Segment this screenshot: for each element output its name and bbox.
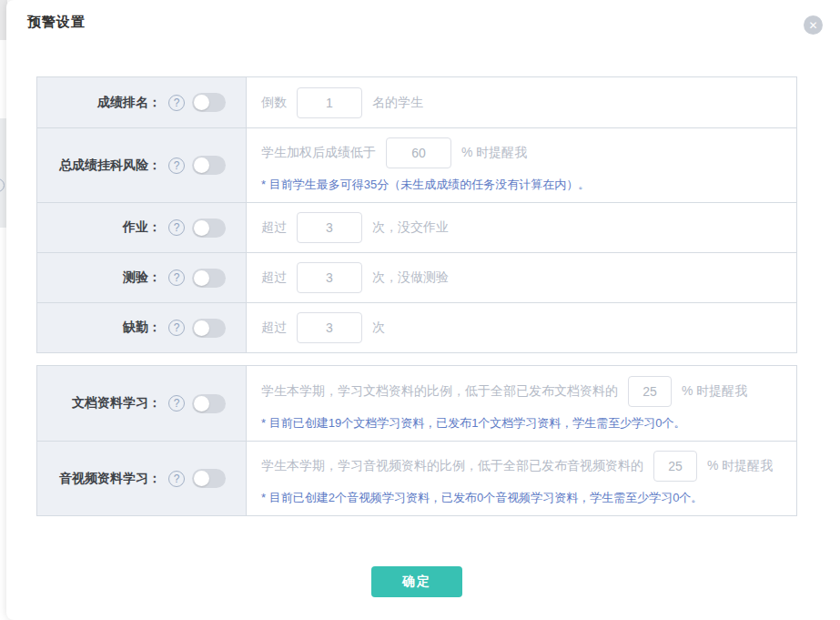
- rule-text-after: 次: [372, 320, 385, 336]
- question-mark-icon[interactable]: ?: [168, 395, 185, 412]
- rule-label: 音视频资料学习：: [59, 471, 161, 487]
- rule-row: 测验：?超过次，没做测验: [37, 252, 796, 302]
- toggle-knob: [194, 220, 209, 236]
- rule-label-cell: 音视频资料学习：?: [37, 442, 247, 515]
- rule-note: * 目前学生最多可得35分（未生成成绩的任务没有计算在内）。: [261, 177, 787, 193]
- rule-config-cell: 超过次，没交作业: [247, 203, 796, 252]
- question-mark-icon[interactable]: ?: [168, 219, 185, 236]
- question-mark-icon[interactable]: ?: [168, 95, 185, 111]
- question-mark-icon[interactable]: ?: [168, 471, 185, 487]
- confirm-button[interactable]: 确定: [371, 566, 462, 597]
- dialog-footer: 确定: [36, 566, 797, 597]
- toggle-knob: [194, 471, 209, 486]
- rule-label-cell: 缺勤：?: [37, 303, 247, 352]
- rule-label: 总成绩挂科风险：: [59, 158, 161, 174]
- rule-config-cell: 学生本学期，学习音视频资料的比例，低于全部已发布音视频资料的% 时提醒我* 目前…: [247, 442, 796, 515]
- toggle-knob: [194, 320, 209, 336]
- rule-note: * 目前已创建2个音视频学习资料，已发布0个音视频学习资料，学生需至少学习0个。: [261, 490, 787, 506]
- rule-row: 成绩排名：?倒数名的学生: [37, 77, 796, 127]
- toggle-knob: [194, 396, 209, 412]
- rule-sentence: 学生加权后成绩低于% 时提醒我: [261, 137, 787, 168]
- question-mark-icon[interactable]: ?: [168, 320, 185, 336]
- rule-label: 缺勤：: [123, 320, 161, 336]
- rule-label: 文档资料学习：: [72, 395, 161, 412]
- toggle-switch[interactable]: [192, 319, 226, 338]
- toggle-switch[interactable]: [192, 219, 226, 238]
- rule-sentence: 学生本学期，学习文档资料的比例，低于全部已发布文档资料的% 时提醒我: [261, 376, 787, 407]
- threshold-input[interactable]: [297, 262, 362, 293]
- toggle-switch[interactable]: [192, 93, 226, 112]
- toggle-switch[interactable]: [192, 156, 226, 175]
- rule-row: 总成绩挂科风险：?学生加权后成绩低于% 时提醒我* 目前学生最多可得35分（未生…: [37, 127, 796, 202]
- threshold-input[interactable]: [297, 87, 362, 118]
- rule-text-before: 学生加权后成绩低于: [261, 145, 376, 161]
- rule-text-before: 超过: [261, 320, 287, 336]
- threshold-input[interactable]: [297, 312, 362, 343]
- threshold-input[interactable]: [653, 451, 697, 482]
- rule-sentence: 超过次，没做测验: [261, 262, 787, 293]
- rule-text-before: 学生本学期，学习文档资料的比例，低于全部已发布文档资料的: [261, 383, 618, 400]
- rule-text-after: 次，没交作业: [372, 219, 449, 236]
- rule-label-cell: 测验：?: [37, 253, 247, 302]
- rule-sentence: 倒数名的学生: [261, 87, 787, 118]
- rule-config-cell: 超过次: [247, 303, 796, 352]
- rule-text-after: % 时提醒我: [682, 383, 747, 400]
- rule-row: 文档资料学习：?学生本学期，学习文档资料的比例，低于全部已发布文档资料的% 时提…: [37, 366, 796, 441]
- material-rules-table: 文档资料学习：?学生本学期，学习文档资料的比例，低于全部已发布文档资料的% 时提…: [36, 365, 797, 516]
- rule-label: 作业：: [123, 219, 161, 236]
- rule-note: * 目前已创建19个文档学习资料，已发布1个文档学习资料，学生需至少学习0个。: [261, 415, 787, 432]
- rule-text-before: 超过: [261, 269, 287, 286]
- rules-area: 成绩排名：?倒数名的学生总成绩挂科风险：?学生加权后成绩低于% 时提醒我* 目前…: [36, 76, 797, 516]
- toggle-switch[interactable]: [192, 269, 226, 288]
- threshold-input[interactable]: [386, 137, 451, 168]
- rule-text-before: 学生本学期，学习音视频资料的比例，低于全部已发布音视频资料的: [261, 458, 643, 474]
- question-mark-icon[interactable]: ?: [168, 269, 185, 286]
- threshold-input[interactable]: [297, 212, 362, 243]
- rule-sentence: 超过次: [261, 312, 787, 343]
- rule-text-after: % 时提醒我: [461, 145, 527, 161]
- rule-config-cell: 学生本学期，学习文档资料的比例，低于全部已发布文档资料的% 时提醒我* 目前已创…: [247, 366, 796, 441]
- rule-label-cell: 作业：?: [37, 203, 247, 252]
- rule-text-after: 次，没做测验: [372, 269, 449, 286]
- close-icon: ✕: [808, 19, 817, 32]
- rule-text-after: % 时提醒我: [707, 458, 773, 474]
- rule-config-cell: 超过次，没做测验: [247, 253, 796, 302]
- rule-text-before: 超过: [261, 219, 287, 236]
- rule-config-cell: 学生加权后成绩低于% 时提醒我* 目前学生最多可得35分（未生成成绩的任务没有计…: [247, 128, 796, 202]
- rule-row: 音视频资料学习：?学生本学期，学习音视频资料的比例，低于全部已发布音视频资料的%…: [37, 441, 796, 515]
- rule-row: 缺勤：?超过次: [37, 302, 796, 352]
- rule-label: 测验：: [123, 269, 161, 286]
- toggle-knob: [194, 270, 209, 286]
- dialog-header: 预警设置 ✕: [6, 0, 840, 55]
- warning-settings-dialog: 预警设置 ✕ 成绩排名：?倒数名的学生总成绩挂科风险：?学生加权后成绩低于% 时…: [6, 0, 840, 620]
- rule-label-cell: 成绩排名：?: [37, 77, 247, 127]
- rule-row: 作业：?超过次，没交作业: [37, 202, 796, 252]
- dialog-title: 预警设置: [27, 14, 819, 31]
- score-rules-table: 成绩排名：?倒数名的学生总成绩挂科风险：?学生加权后成绩低于% 时提醒我* 目前…: [36, 76, 797, 353]
- rule-label: 成绩排名：: [97, 95, 161, 111]
- question-mark-icon[interactable]: ?: [168, 158, 185, 174]
- toggle-switch[interactable]: [192, 394, 226, 413]
- rule-text-after: 名的学生: [372, 95, 423, 111]
- toggle-knob: [194, 95, 209, 110]
- rule-config-cell: 倒数名的学生: [247, 77, 796, 127]
- toggle-switch[interactable]: [192, 469, 226, 488]
- rule-label-cell: 文档资料学习：?: [37, 366, 247, 441]
- threshold-input[interactable]: [628, 376, 672, 407]
- rule-sentence: 超过次，没交作业: [261, 212, 787, 243]
- rule-sentence: 学生本学期，学习音视频资料的比例，低于全部已发布音视频资料的% 时提醒我: [261, 451, 787, 482]
- rule-label-cell: 总成绩挂科风险：?: [37, 128, 247, 202]
- close-button[interactable]: ✕: [804, 15, 823, 35]
- rule-text-before: 倒数: [261, 95, 287, 111]
- toggle-knob: [194, 158, 209, 173]
